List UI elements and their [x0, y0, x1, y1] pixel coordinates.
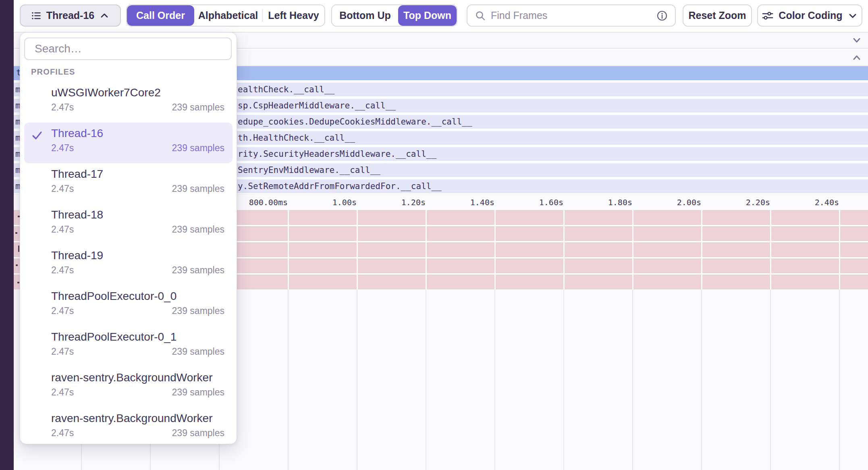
time-axis-tick-label: 2.40s — [778, 198, 839, 207]
chevron-down-icon — [847, 10, 858, 21]
profile-name: Thread-17 — [51, 167, 224, 181]
time-gridline — [632, 210, 633, 289]
expand-panel-button[interactable] — [851, 35, 862, 46]
flame-frame-label: ealthCheck.__call__ — [238, 85, 334, 94]
time-axis-tick-label: 1.00s — [295, 198, 357, 207]
profile-search-input[interactable] — [25, 42, 231, 55]
time-gridline — [426, 289, 426, 470]
profile-sample-count: 239 samples — [172, 102, 224, 113]
checkmark-icon — [31, 129, 44, 142]
sort-alphabetical-tab[interactable]: Alphabetical — [194, 5, 262, 26]
collapse-panel-button[interactable] — [851, 52, 862, 63]
color-coding-label: Color Coding — [779, 10, 842, 21]
flame-frame-left-fragment — [15, 232, 17, 234]
profile-option[interactable]: Thread-19 2.47s 239 samples — [24, 245, 233, 285]
chevron-up-icon — [99, 10, 110, 21]
profile-option[interactable]: raven-sentry.BackgroundWorker 2.47s 239 … — [24, 408, 233, 444]
profile-option[interactable]: uWSGIWorker7Core2 2.47s 239 samples — [24, 82, 233, 123]
time-gridline — [770, 289, 771, 470]
time-axis-tick-label: 1.60s — [502, 198, 563, 207]
chevron-up-icon — [851, 52, 862, 63]
direction-top-down-tab[interactable]: Top Down — [398, 5, 457, 26]
profile-option[interactable]: raven-sentry.BackgroundWorker 2.47s 239 … — [24, 367, 233, 408]
profile-name: Thread-16 — [51, 127, 224, 140]
profile-duration: 2.47s — [51, 387, 74, 398]
profile-meta: 2.47s 239 samples — [51, 346, 224, 358]
sort-left-heavy-tab[interactable]: Left Heavy — [263, 5, 324, 26]
profiles-list: uWSGIWorker7Core2 2.47s 239 samples Thre… — [24, 82, 233, 444]
profile-meta: 2.47s 239 samples — [51, 387, 224, 398]
time-axis-tick-label: 2.20s — [709, 198, 770, 207]
sort-segmented-control: Call Order Alphabetical Left Heavy — [126, 4, 325, 27]
info-icon[interactable] — [656, 10, 668, 21]
time-gridline — [563, 210, 565, 289]
profile-duration: 2.47s — [51, 183, 74, 195]
profile-duration: 2.47s — [51, 102, 74, 113]
profile-sample-count: 239 samples — [172, 427, 224, 439]
time-gridline — [357, 289, 357, 470]
profile-sample-count: 239 samples — [172, 387, 224, 398]
profile-duration: 2.47s — [51, 346, 74, 358]
reset-zoom-button[interactable]: Reset Zoom — [683, 4, 752, 27]
time-gridline — [426, 210, 427, 289]
profile-option[interactable]: ThreadPoolExecutor-0_1 2.47s 239 samples — [24, 326, 233, 367]
profile-meta: 2.47s 239 samples — [51, 427, 224, 439]
profile-option[interactable]: ThreadPoolExecutor-0_0 2.47s 239 samples — [24, 285, 233, 326]
profile-meta: 2.47s 239 samples — [51, 142, 224, 154]
profile-name: Thread-18 — [51, 208, 224, 222]
find-frames-search — [467, 4, 676, 27]
flame-frame-left-fragment — [16, 264, 18, 266]
profile-meta: 2.47s 239 samples — [51, 264, 224, 276]
find-frames-input[interactable] — [491, 10, 652, 21]
time-gridline — [288, 210, 289, 289]
direction-bottom-up-tab[interactable]: Bottom Up — [332, 5, 398, 26]
time-gridline — [701, 210, 702, 289]
profile-name: raven-sentry.BackgroundWorker — [51, 371, 224, 385]
flame-frame-label: rity.SecurityHeadersMiddleware.__call__ — [238, 149, 436, 159]
profile-option[interactable]: Thread-16 2.47s 239 samples — [24, 123, 233, 163]
thread-selector-label: Thread-16 — [46, 10, 94, 21]
profile-sample-count: 239 samples — [172, 346, 224, 358]
profile-sample-count: 239 samples — [172, 183, 224, 195]
direction-segmented-control: Bottom Up Top Down — [331, 4, 457, 27]
profile-sample-count: 239 samples — [172, 142, 224, 154]
flame-frame-label: SentryEnvMiddleware.__call__ — [238, 165, 380, 175]
time-axis-tick-label: 1.20s — [364, 198, 426, 207]
profile-name: ThreadPoolExecutor-0_0 — [51, 289, 224, 303]
flame-frame-label: edupe_cookies.DedupeCookiesMiddleware.__… — [238, 117, 472, 127]
sort-call-order-tab[interactable]: Call Order — [127, 5, 194, 26]
profile-name: Thread-19 — [51, 249, 224, 262]
profiles-section-label: PROFILES — [31, 67, 75, 77]
time-gridline — [357, 210, 358, 289]
flame-frame-left-fragment — [17, 282, 19, 283]
profiler-app: t m ealthCheck.__call__ m sp.CspHeaderMi… — [0, 0, 868, 470]
toolbar: Thread-16 Call Order Alphabetical Left H… — [0, 0, 868, 33]
thread-selector-button[interactable]: Thread-16 — [20, 4, 121, 27]
profile-meta: 2.47s 239 samples — [51, 305, 224, 317]
flame-frame-label: y.SetRemoteAddrFromForwardedFor.__call__ — [238, 181, 442, 191]
profile-meta: 2.47s 239 samples — [51, 224, 224, 235]
search-icon — [475, 10, 486, 21]
profile-duration: 2.47s — [51, 142, 74, 154]
profile-sample-count: 239 samples — [172, 305, 224, 317]
profile-name: raven-sentry.BackgroundWorker — [51, 412, 224, 425]
profile-dropdown: PROFILES uWSGIWorker7Core2 2.47s 239 sam… — [20, 32, 237, 444]
color-coding-button[interactable]: Color Coding — [757, 4, 862, 27]
time-axis-tick-label: 1.80s — [571, 198, 632, 207]
profile-sample-count: 239 samples — [172, 224, 224, 235]
app-sidebar-strip — [0, 0, 14, 470]
profile-option[interactable]: Thread-17 2.47s 239 samples — [24, 163, 233, 204]
time-axis-tick-label: 2.00s — [640, 198, 701, 207]
profile-meta: 2.47s 239 samples — [51, 183, 224, 195]
time-gridline — [563, 289, 564, 470]
sliders-icon — [762, 10, 774, 22]
profile-name: ThreadPoolExecutor-0_1 — [51, 330, 224, 344]
profile-option[interactable]: Thread-18 2.47s 239 samples — [24, 204, 233, 245]
profile-meta: 2.47s 239 samples — [51, 102, 224, 113]
time-axis-tick-label: 1.40s — [433, 198, 494, 207]
time-gridline — [632, 289, 633, 470]
profile-duration: 2.47s — [51, 224, 74, 235]
list-icon — [31, 10, 42, 21]
profile-sample-count: 239 samples — [172, 264, 224, 276]
profile-name: uWSGIWorker7Core2 — [51, 86, 224, 100]
